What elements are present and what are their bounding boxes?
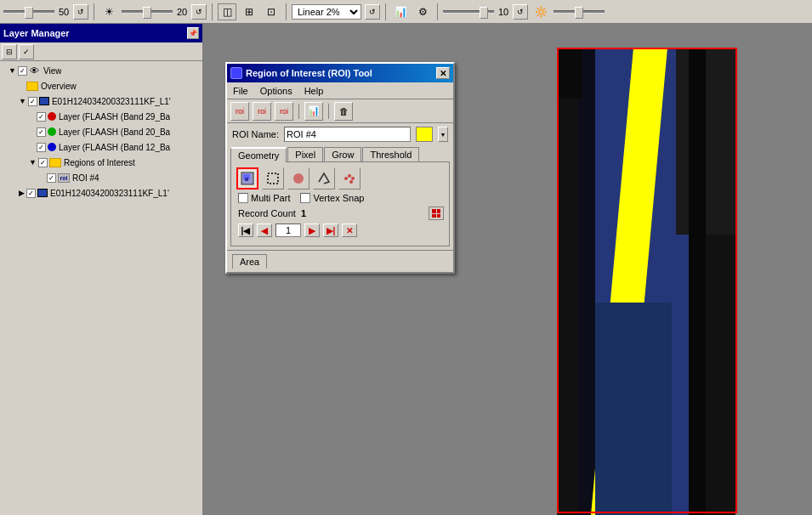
tree-item-roi-folder[interactable]: ▼ Regions of Interest [2, 155, 201, 170]
expand-e01h1[interactable]: ▼ [19, 97, 26, 105]
checkbox-band29[interactable] [37, 112, 46, 122]
slider-2[interactable] [122, 10, 173, 14]
tab-pixel[interactable]: Pixel [287, 147, 323, 161]
zoom-refresh-btn[interactable]: ↺ [365, 4, 380, 20]
label-e01h1: E01H124034200323111KF_L1' [52, 97, 171, 106]
layer-icon-e01h1 [39, 97, 49, 105]
tab-content-geometry: Multi Part Vertex Snap Record Count 1 [230, 161, 450, 246]
tab-threshold[interactable]: Threshold [362, 147, 419, 161]
nav-prev-btn[interactable]: ◀ [257, 224, 272, 237]
roi-name-input[interactable] [284, 127, 411, 142]
slider-3[interactable] [443, 10, 494, 14]
dialog-close-btn[interactable]: ✕ [436, 67, 450, 79]
tool-copy-roi[interactable]: roi [275, 102, 293, 121]
svg-rect-9 [595, 303, 672, 515]
settings-icon[interactable]: ⚙ [413, 3, 432, 20]
label-view: View [43, 66, 62, 76]
nav-delete-btn[interactable]: ✕ [342, 224, 357, 237]
checkbox-roi4[interactable] [47, 173, 56, 183]
expand-view[interactable]: ▼ [9, 66, 16, 75]
nav-input[interactable] [275, 224, 301, 237]
label-overview: Overview [41, 82, 77, 91]
checkbox-roi-folder[interactable] [38, 158, 48, 167]
nav-last-btn[interactable]: ▶| [323, 224, 338, 237]
nav-next-btn[interactable]: ▶ [304, 224, 320, 237]
folder-icon-roi [49, 158, 61, 167]
tool-new-roi[interactable]: roi [230, 102, 249, 121]
checkbox-view[interactable] [18, 66, 27, 76]
stats-icon[interactable]: 📊 [391, 3, 410, 20]
checkbox-band20[interactable] [37, 127, 46, 137]
main-viewport[interactable]: Region of Interest (ROI) Tool ✕ File Opt… [204, 24, 812, 515]
refresh-btn-2[interactable]: ↺ [191, 4, 207, 20]
roi-icon: roi [58, 173, 70, 183]
tree-item-e01h2[interactable]: ▶ E01H124034200323111KF_L1' [2, 185, 201, 201]
nav-first-btn[interactable]: |◀ [238, 224, 253, 237]
svg-point-15 [344, 177, 348, 180]
dialog-menubar: File Options Help [227, 82, 453, 99]
menu-file[interactable]: File [230, 85, 251, 97]
check-item-multipart: Multi Part [238, 193, 290, 203]
divider-1 [94, 3, 94, 20]
tab-geometry[interactable]: Geometry [230, 147, 287, 162]
roi-color-btn[interactable] [416, 127, 433, 142]
tool-delete[interactable]: 🗑 [334, 102, 353, 121]
lm-pin-btn[interactable]: 📌 [187, 27, 199, 39]
lm-toggle-btn[interactable]: ⊟ [2, 44, 17, 59]
dialog-toolbar: roi roi roi 📊 🗑 [227, 99, 453, 123]
tree-item-band29[interactable]: ▶ Layer (FLAASH (Band 29_Ba [2, 109, 201, 124]
slider-4[interactable] [554, 10, 605, 14]
slider-group-2: 20 ↺ [122, 4, 207, 20]
roi-color-arrow[interactable]: ▼ [438, 127, 448, 142]
checkbox-vertexsnap[interactable] [300, 193, 310, 203]
geo-tool-image-select[interactable] [236, 167, 258, 190]
brightness-icon[interactable]: ☀ [99, 3, 118, 20]
tree-item-overview[interactable]: ▶ Overview [2, 78, 201, 93]
expand-roi-folder[interactable]: ▼ [29, 158, 37, 167]
checkbox-e01h1[interactable] [28, 97, 37, 106]
geo-tool-circle[interactable] [287, 167, 309, 190]
tree-item-view[interactable]: ▼ 👁 View [2, 63, 201, 78]
expand-e01h2[interactable]: ▶ [19, 189, 25, 197]
tool-divider-1 [298, 104, 299, 119]
svg-rect-12 [245, 178, 248, 181]
tool-edit-roi[interactable]: roi [253, 102, 271, 121]
menu-help[interactable]: Help [302, 85, 327, 97]
lm-check-btn[interactable]: ✓ [19, 44, 34, 59]
vertexsnap-label: Vertex Snap [313, 193, 364, 203]
nav-row: |◀ ◀ ▶ ▶| ✕ [236, 224, 444, 237]
view-toggle-2[interactable]: ⊞ [240, 3, 258, 20]
geo-tool-rect-select[interactable] [262, 167, 284, 190]
layer-manager-title: Layer Manager [3, 28, 70, 38]
menu-options[interactable]: Options [258, 85, 295, 97]
refresh-btn-3[interactable]: ↺ [513, 4, 528, 20]
svg-rect-8 [557, 48, 582, 99]
expand-records-btn[interactable] [429, 207, 444, 220]
tool-stats[interactable]: 📊 [304, 102, 323, 121]
layer-tree: ▼ 👁 View ▶ Overview ▼ E01H12403420032311… [0, 61, 202, 515]
checkbox-multipart[interactable] [238, 193, 248, 203]
area-row: Area [227, 250, 453, 272]
more-icon[interactable]: 🔆 [531, 3, 550, 20]
geo-tool-freehand[interactable] [338, 167, 361, 190]
tree-item-band12[interactable]: ▶ Layer (FLAASH (Band 12_Ba [2, 139, 201, 155]
top-toolbar: 50 ↺ ☀ 20 ↺ ◫ ⊞ ⊡ Linear 2% Linear 5% Li… [0, 0, 812, 24]
checkbox-e01h2[interactable] [26, 189, 36, 198]
tree-item-roi4[interactable]: ▶ roi ROI #4 [2, 170, 201, 185]
check-row: Multi Part Vertex Snap [236, 193, 444, 203]
tree-item-band20[interactable]: ▶ Layer (FLAASH (Band 20_Ba [2, 124, 201, 139]
slider-1[interactable] [3, 10, 54, 14]
main-area: Layer Manager 📌 ⊟ ✓ ▼ 👁 View ▶ Overview [0, 24, 812, 515]
layer-manager: Layer Manager 📌 ⊟ ✓ ▼ 👁 View ▶ Overview [0, 24, 204, 515]
geo-tool-polygon[interactable] [313, 167, 335, 190]
layer-icon-e01h2 [37, 189, 48, 197]
area-tab[interactable]: Area [232, 254, 267, 269]
refresh-btn-1[interactable]: ↺ [73, 4, 88, 20]
tree-item-e01h1[interactable]: ▼ E01H124034200323111KF_L1' [2, 93, 201, 109]
zoom-dropdown[interactable]: Linear 2% Linear 5% Linear 10% [292, 4, 361, 20]
view-toggle-1[interactable]: ◫ [218, 3, 236, 20]
checkbox-band12[interactable] [37, 143, 46, 152]
multipart-label: Multi Part [251, 193, 290, 203]
view-toggle-3[interactable]: ⊡ [262, 3, 281, 20]
tab-grow[interactable]: Grow [324, 147, 361, 161]
